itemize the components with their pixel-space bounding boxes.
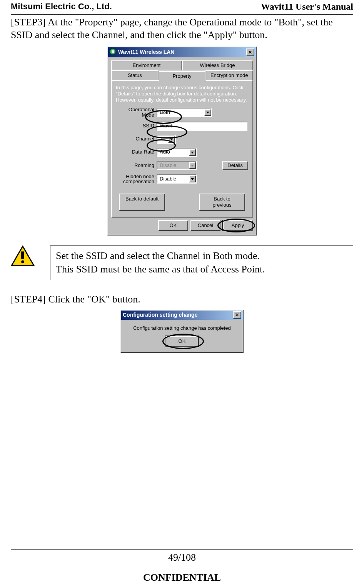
svg-marker-6 <box>191 178 194 180</box>
details-button[interactable]: Details <box>222 161 248 170</box>
svg-marker-3 <box>170 139 173 140</box>
warning-icon <box>11 246 35 270</box>
app-icon <box>110 48 116 57</box>
tab-property[interactable]: Property <box>159 71 206 81</box>
back-to-previous-button[interactable]: Back to previous <box>199 194 245 211</box>
chevron-down-icon <box>189 162 196 169</box>
operational-mode-select[interactable]: Both <box>157 108 212 117</box>
close-button[interactable]: ✕ <box>233 311 241 319</box>
property-panel: In this page, you can change various con… <box>111 80 253 218</box>
hidden-node-select[interactable]: Disable <box>157 174 197 184</box>
operational-mode-value: Both <box>157 109 204 115</box>
confidential-label: CONFIDENTIAL <box>0 572 364 583</box>
hidden-node-value: Disable <box>157 176 189 182</box>
chevron-down-icon <box>204 109 211 116</box>
tab-environment[interactable]: Environment <box>111 60 182 70</box>
svg-rect-8 <box>21 251 24 259</box>
footer-rule <box>11 549 353 550</box>
channel-label: Channel <box>116 136 157 142</box>
note-line-1: Set the SSID and select the Channel in B… <box>56 249 347 262</box>
header-rule <box>11 14 353 15</box>
roaming-label: Roaming <box>116 162 157 169</box>
note-line-2: This SSID must be the same as that of Ac… <box>56 262 347 276</box>
step3-text: [STEP3] At the "Property" page, change t… <box>11 16 353 41</box>
back-to-default-button[interactable]: Back to default <box>119 194 165 211</box>
cancel-button[interactable]: Cancel <box>190 220 220 231</box>
tab-wireless-bridge[interactable]: Wireless Bridge <box>182 60 253 70</box>
ssid-input[interactable]: Wavit <box>157 122 247 131</box>
dialog-titlebar: Wavit11 Wireless LAN ✕ <box>108 47 256 57</box>
confirmation-titlebar: Configuration setting change ✕ <box>121 311 243 320</box>
close-button[interactable]: ✕ <box>246 48 254 56</box>
roaming-select: Disable <box>157 161 197 170</box>
close-icon: ✕ <box>248 50 252 55</box>
dialog-title: Wavit11 Wireless LAN <box>118 49 174 56</box>
svg-marker-2 <box>206 112 209 114</box>
data-rate-value: Auto <box>157 149 189 155</box>
wireless-lan-dialog: Wavit11 Wireless LAN ✕ Environment Wirel… <box>107 47 257 236</box>
chevron-down-icon <box>189 175 196 182</box>
company-name: Mitsumi Electric Co., Ltd. <box>11 2 112 12</box>
ssid-label: SSID <box>116 123 157 129</box>
channel-value: 1 <box>157 136 168 142</box>
svg-point-9 <box>21 260 24 263</box>
ok-button[interactable]: OK <box>158 220 188 231</box>
data-rate-select[interactable]: Auto <box>157 148 197 157</box>
panel-description: In this page, you can change various con… <box>116 85 248 104</box>
data-rate-label: Data Rate <box>116 149 157 155</box>
channel-select[interactable]: 1 <box>157 135 176 144</box>
close-icon: ✕ <box>235 312 239 318</box>
step4-text: [STEP4] Click the "OK" button. <box>11 293 353 306</box>
chevron-down-icon <box>189 149 196 156</box>
chevron-down-icon <box>168 136 175 143</box>
note-box: Set the SSID and select the Channel in B… <box>50 246 353 280</box>
ssid-value: Wavit <box>160 123 172 129</box>
roaming-value: Disable <box>157 162 189 169</box>
confirmation-ok-button[interactable]: OK <box>165 336 199 347</box>
tab-status[interactable]: Status <box>111 70 159 80</box>
confirmation-title: Configuration setting change <box>123 312 197 319</box>
svg-rect-1 <box>112 50 114 53</box>
page-number: 49/108 <box>0 552 364 563</box>
confirmation-dialog: Configuration setting change ✕ Configura… <box>120 310 244 353</box>
tab-encryption-mode[interactable]: Encryption mode <box>205 70 253 80</box>
manual-title: Wavit11 User's Manual <box>261 2 353 12</box>
confirmation-message: Configuration setting change has complet… <box>128 325 236 331</box>
svg-marker-5 <box>191 165 194 167</box>
apply-button[interactable]: Apply <box>223 220 253 231</box>
svg-marker-4 <box>191 152 194 154</box>
